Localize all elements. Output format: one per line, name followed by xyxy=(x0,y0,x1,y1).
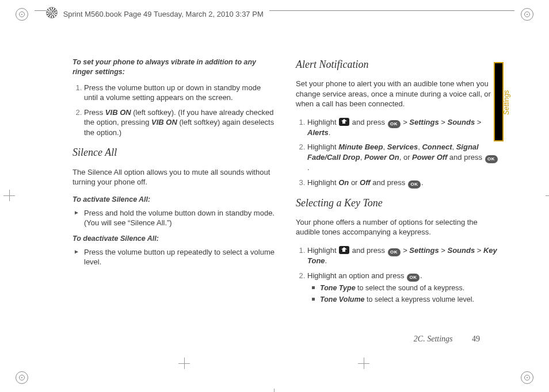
body-text: Set your phone to alert you with an audi… xyxy=(296,79,498,109)
home-icon xyxy=(339,246,349,254)
ok-icon: OK xyxy=(485,155,498,163)
step-item: Highlight and press OK > Settings > Soun… xyxy=(307,117,498,138)
steps-list: Press the volume button up or down in st… xyxy=(73,83,275,138)
ok-icon: OK xyxy=(408,180,421,189)
step-item: Press VIB ON (left softkey). (If you hav… xyxy=(84,107,275,138)
target-icon xyxy=(16,371,28,384)
left-column: To set your phone to always vibrate in a… xyxy=(73,57,275,310)
print-header: Sprint M560.book Page 49 Tuesday, March … xyxy=(35,10,514,24)
page-number: 49 xyxy=(472,335,480,343)
steps-list: Highlight and press OK > Settings > Soun… xyxy=(296,117,498,188)
pinwheel-icon xyxy=(46,7,58,18)
section-tab-label: Settings xyxy=(502,90,510,115)
page-content: To set your phone to always vibrate in a… xyxy=(73,57,498,310)
sub-bullet: Tone Type to select the sound of a keypr… xyxy=(312,283,498,293)
heading-silence-all: Silence All xyxy=(73,145,275,159)
bullet-item: Press the volume button up repeatedly to… xyxy=(73,247,275,267)
target-icon xyxy=(521,8,533,21)
header-text: Sprint M560.book Page 49 Tuesday, March … xyxy=(63,10,264,18)
step-item: Highlight an option and press OK. Tone T… xyxy=(307,271,498,305)
target-icon xyxy=(16,8,28,21)
subheading: To activate Silence All: xyxy=(73,195,275,205)
step-item: Press the volume button up or down in st… xyxy=(84,83,275,103)
sub-bullet: Tone Volume to select a keypress volume … xyxy=(312,295,498,305)
body-text: Your phone offers a number of options fo… xyxy=(296,217,498,237)
step-item: Highlight On or Off and press OK. xyxy=(307,178,498,188)
ok-icon: OK xyxy=(388,248,401,256)
step-item: Highlight Minute Beep, Services, Connect… xyxy=(307,142,498,172)
heading-alert-notification: Alert Notification xyxy=(296,57,498,71)
ok-icon: OK xyxy=(388,120,401,128)
body-text: The Silence All option allows you to mut… xyxy=(73,167,275,187)
steps-list: Highlight and press OK > Settings > Soun… xyxy=(296,245,498,305)
step-item: Highlight and press OK > Settings > Soun… xyxy=(307,245,498,266)
heading-key-tone: Selecting a Key Tone xyxy=(296,196,498,210)
intro-text: To set your phone to always vibrate in a… xyxy=(73,57,275,77)
ok-icon: OK xyxy=(407,274,420,282)
right-column: Alert Notification Set your phone to ale… xyxy=(296,57,498,310)
subheading: To deactivate Silence All: xyxy=(73,234,275,244)
page-footer: 2C. Settings 49 xyxy=(414,335,480,344)
bullet-item: Press and hold the volume button down in… xyxy=(73,208,275,228)
target-icon xyxy=(521,371,533,384)
home-icon xyxy=(339,118,349,126)
footer-section: 2C. Settings xyxy=(414,335,453,343)
